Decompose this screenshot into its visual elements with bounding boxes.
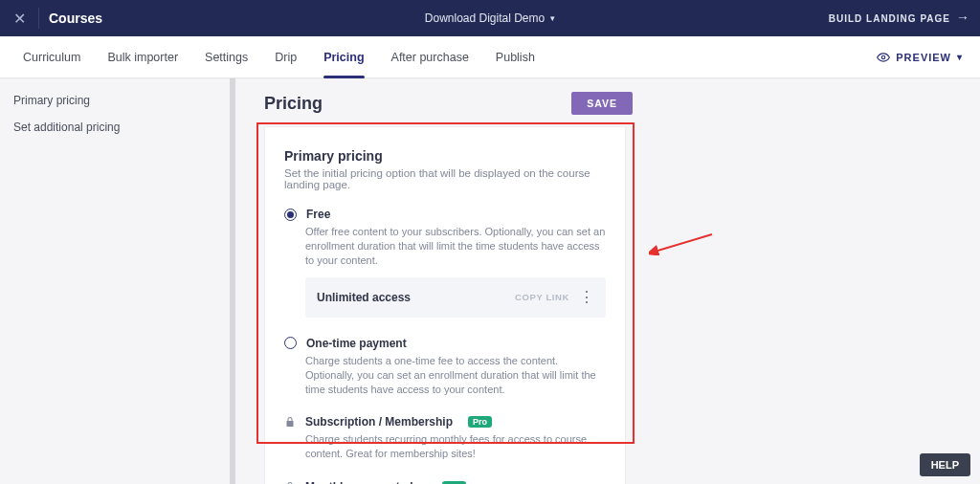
page-title: Pricing [264, 94, 323, 114]
radio-icon[interactable] [284, 337, 297, 349]
svg-point-0 [882, 55, 886, 59]
option-desc: Charge students a one-time fee to access… [305, 354, 606, 397]
sidebar-item-additional-pricing[interactable]: Set additional pricing [13, 121, 220, 134]
access-card: Unlimited access COPY LINK ⋮ [305, 277, 606, 318]
radio-selected-icon[interactable] [284, 209, 297, 221]
option-one-time[interactable]: One-time payment Charge students a one-t… [284, 337, 606, 397]
copy-link-button[interactable]: COPY LINK [515, 292, 569, 302]
close-icon[interactable]: ✕ [0, 10, 38, 28]
sidebar: Primary pricing Set additional pricing [0, 78, 235, 484]
option-subscription: Subscription / Membership Pro Charge stu… [284, 415, 606, 461]
tab-pricing[interactable]: Pricing [323, 37, 364, 77]
option-desc: Offer free content to your subscribers. … [305, 225, 606, 268]
section-title: Courses [49, 11, 102, 26]
eye-icon [877, 51, 890, 64]
kebab-menu-icon[interactable]: ⋮ [579, 291, 594, 304]
product-dropdown[interactable]: Download Digital Demo ▾ [425, 11, 555, 25]
tab-settings[interactable]: Settings [205, 37, 248, 77]
option-free[interactable]: Free Offer free content to your subscrib… [284, 208, 606, 318]
access-label: Unlimited access [317, 291, 411, 304]
pro-badge: Pro [468, 416, 492, 428]
preview-button[interactable]: PREVIEW ▾ [877, 51, 963, 64]
option-label: Subscription / Membership [305, 415, 453, 429]
main-content: Pricing SAVE Primary pricing Set the ini… [235, 78, 980, 484]
lock-icon [284, 416, 296, 428]
option-label: Free [306, 208, 330, 221]
caret-down-icon: ▾ [550, 13, 555, 23]
app-topbar: ✕ Courses Download Digital Demo ▾ BUILD … [0, 0, 980, 36]
tabs-bar: Curriculum Bulk importer Settings Drip P… [0, 36, 980, 78]
arrow-right-icon: → [956, 10, 970, 25]
save-button[interactable]: SAVE [571, 92, 633, 115]
card-subtitle: Set the initial pricing option that will… [284, 167, 606, 190]
option-label: One-time payment [306, 337, 407, 350]
help-button[interactable]: HELP [920, 453, 970, 476]
tab-curriculum[interactable]: Curriculum [23, 37, 80, 77]
tab-drip[interactable]: Drip [275, 37, 297, 77]
tab-bulk-importer[interactable]: Bulk importer [107, 37, 178, 77]
primary-pricing-card: Primary pricing Set the initial pricing … [264, 126, 626, 484]
preview-label: PREVIEW [896, 52, 951, 63]
tab-after-purchase[interactable]: After purchase [391, 37, 469, 77]
tab-publish[interactable]: Publish [496, 37, 535, 77]
build-label: BUILD LANDING PAGE [829, 13, 950, 24]
card-heading: Primary pricing [284, 148, 606, 164]
product-name: Download Digital Demo [425, 11, 545, 25]
option-label: Monthly payment plan [305, 480, 427, 484]
chevron-down-icon: ▾ [957, 52, 963, 62]
option-monthly-plan: Monthly payment plan Pro Split the full … [284, 480, 606, 484]
build-landing-page-button[interactable]: BUILD LANDING PAGE → [829, 11, 970, 26]
option-desc: Charge students recurring monthly fees f… [305, 432, 606, 461]
sidebar-item-primary-pricing[interactable]: Primary pricing [13, 94, 220, 107]
divider [38, 8, 39, 29]
